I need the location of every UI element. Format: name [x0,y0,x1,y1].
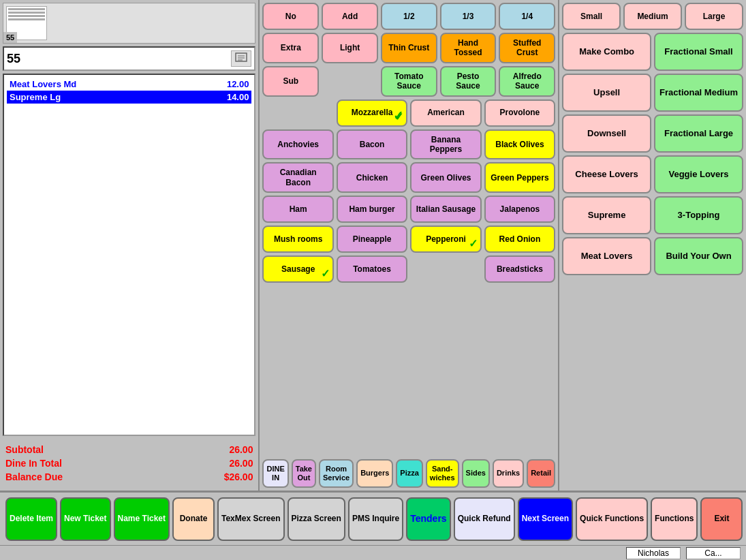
canadian-bacon-button[interactable]: Canadian Bacon [262,162,333,193]
left-panel: 55 Meat Lovers Md 12.00 [0,0,260,491]
user-status: Nicholas [626,547,681,559]
delete-item-button[interactable]: Delete Item [5,497,57,541]
fractional-large-button[interactable]: Fractional Large [654,114,743,153]
dine-in-label: Dine In Total [5,458,62,469]
ticket-input[interactable] [7,52,231,66]
item-price: 12.00 [227,79,249,89]
receipt-preview: 55 [3,3,255,44]
item-name: Meat Lovers Md [10,79,76,89]
item-price: 14.00 [227,92,249,102]
retail-button[interactable]: Retail [527,459,555,488]
name-ticket-button[interactable]: Name Ticket [114,497,170,541]
three-topping-button[interactable]: 3-Topping [654,196,743,234]
functions-button[interactable]: Functions [651,497,698,541]
sub-button[interactable]: Sub [262,66,319,97]
third-button[interactable]: 1/3 [440,3,497,30]
alfredo-sauce-button[interactable]: Alfredo Sauce [499,66,555,97]
dine-in-row: Dine In Total 26.00 [5,458,253,469]
size-row: Small Medium Large [562,3,743,30]
supreme-button[interactable]: Supreme [562,196,651,234]
cashier-status: Ca... [686,547,741,559]
anchovies-button[interactable]: Anchovies [262,129,333,160]
add-button[interactable]: Add [322,3,378,30]
pepperoni-button[interactable]: Pepperoni✓ [410,225,481,253]
ticket-input-row [3,46,255,71]
thin-crust-button[interactable]: Thin Crust [381,33,437,63]
table-row[interactable]: Meat Lovers Md 12.00 [7,78,251,91]
green-olives-button[interactable]: Green Olives [410,162,481,193]
tomatoes-button[interactable]: Tomatoes [337,255,407,283]
black-olives-button[interactable]: Black Olives [484,129,555,160]
quarter-button[interactable]: 1/4 [499,3,555,30]
quick-functions-button[interactable]: Quick Functions [576,497,648,541]
pesto-sauce-button[interactable]: Pesto Sauce [440,66,497,97]
no-button[interactable]: No [262,3,319,30]
small-button[interactable]: Small [562,3,621,30]
ham-button[interactable]: Ham [262,196,333,223]
mushrooms-button[interactable]: Mush rooms [262,225,333,253]
meat-lovers-button[interactable]: Meat Lovers [562,237,651,275]
right-panel: Small Medium Large Make Combo Upsell Dow… [559,0,746,491]
extra-button[interactable]: Extra [262,33,319,63]
subtotal-value: 26.00 [229,444,253,455]
italian-sausage-button[interactable]: Italian Sausage [410,196,481,223]
next-screen-button[interactable]: Next Screen [518,497,573,541]
center-panel: No Add 1/2 1/3 1/4 Extra Light Thin Crus… [260,0,559,491]
cheese-lovers-button[interactable]: Cheese Lovers [562,155,651,193]
drinks-button[interactable]: Drinks [493,459,524,488]
tomato-sauce-button[interactable]: Tomato Sauce [381,66,437,97]
take-out-button[interactable]: Take Out [292,459,316,488]
balance-row: Balance Due $26.00 [5,471,253,482]
veggie-lovers-button[interactable]: Veggie Lovers [654,155,743,193]
exit-button[interactable]: Exit [700,497,743,541]
new-ticket-button[interactable]: New Ticket [60,497,110,541]
make-combo-button[interactable]: Make Combo [562,33,651,71]
dine-in-button[interactable]: DINE IN [262,459,288,488]
subtotal-row: Subtotal 26.00 [5,444,253,455]
texmex-screen-button[interactable]: TexMex Screen [217,497,285,541]
subtotal-label: Subtotal [5,444,44,455]
hamburger-button[interactable]: Ham burger [337,196,407,223]
stuffed-crust-button[interactable]: Stuffed Crust [499,33,555,63]
fractional-small-button[interactable]: Fractional Small [654,33,743,71]
medium-button[interactable]: Medium [623,3,682,30]
room-service-button[interactable]: Room Service [319,459,354,488]
chicken-button[interactable]: Chicken [337,162,407,193]
mozzarella-button[interactable]: Mozzarella✓ [337,99,407,127]
pineapple-button[interactable]: Pineapple [337,225,407,253]
light-button[interactable]: Light [322,33,378,63]
dine-in-value: 26.00 [229,458,253,469]
main-container: 55 Meat Lovers Md 12.00 [0,0,746,560]
banana-peppers-button[interactable]: Banana Peppers [410,129,481,160]
american-button[interactable]: American [410,99,481,127]
hand-tossed-button[interactable]: Hand Tossed [440,33,497,63]
red-onion-button[interactable]: Red Onion [484,225,555,253]
pms-inquire-button[interactable]: PMS Inquire [348,497,403,541]
provolone-button[interactable]: Provolone [484,99,555,127]
downsell-button[interactable]: Downsell [562,114,651,153]
sausage-button[interactable]: Sausage✓ [262,255,333,283]
large-button[interactable]: Large [685,3,743,30]
totals-section: Subtotal 26.00 Dine In Total 26.00 Balan… [3,441,255,488]
balance-value: $26.00 [224,471,253,482]
bacon-button[interactable]: Bacon [337,129,407,160]
pizza-screen-button[interactable]: Pizza Screen [287,497,345,541]
sides-button[interactable]: Sides [462,459,490,488]
donate-button[interactable]: Donate [172,497,215,541]
green-peppers-button[interactable]: Green Peppers [484,162,555,193]
build-your-own-button[interactable]: Build Your Own [654,237,743,275]
table-row[interactable]: Supreme Lg 14.00 [7,91,251,104]
half-button[interactable]: 1/2 [381,3,437,30]
fractional-medium-button[interactable]: Fractional Medium [654,74,743,112]
quick-refund-button[interactable]: Quick Refund [454,497,515,541]
jalapenos-button[interactable]: Jalapenos [484,196,555,223]
burgers-button[interactable]: Burgers [356,459,393,488]
order-list: Meat Lovers Md 12.00 Supreme Lg 14.00 [3,74,255,436]
tenders-button[interactable]: Tenders [406,497,450,541]
breadsticks-button[interactable]: Breadsticks [484,255,555,283]
ticket-number-badge: 55 [3,32,17,43]
pizza-button[interactable]: Pizza [396,459,423,488]
upsell-button[interactable]: Upsell [562,74,651,112]
sandwiches-button[interactable]: Sand-wiches [426,459,459,488]
item-name: Supreme Lg [10,92,61,102]
